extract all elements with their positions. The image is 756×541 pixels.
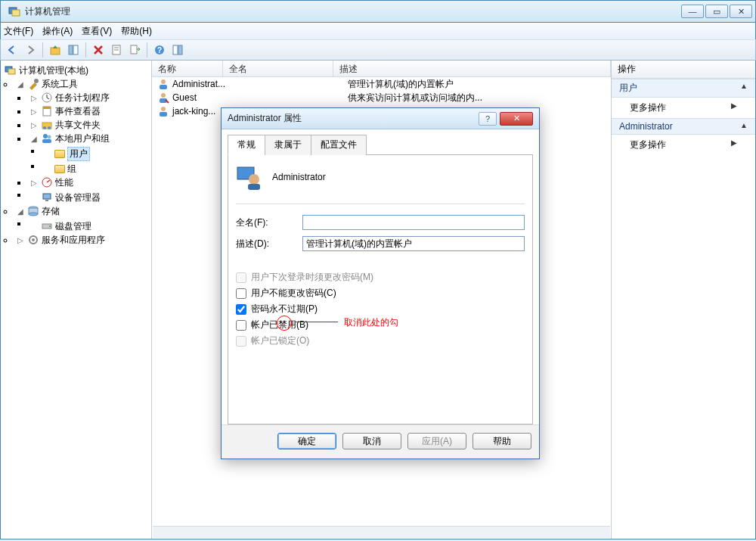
svg-point-23: [48, 135, 51, 139]
menu-view[interactable]: 查看(V): [82, 25, 112, 38]
maximize-button[interactable]: ▭: [705, 5, 728, 18]
svg-rect-24: [42, 139, 51, 143]
expand-icon[interactable]: ▷: [29, 121, 39, 129]
action-more-2[interactable]: 更多操作▶: [612, 135, 755, 155]
svg-point-20: [43, 126, 46, 129]
checkbox-disabled-box[interactable]: [236, 320, 246, 331]
collapse-icon[interactable]: ◢: [16, 80, 25, 89]
collapse-icon[interactable]: ◢: [29, 135, 39, 143]
tree-root[interactable]: 计算机管理(本地): [1, 64, 151, 77]
tree-event[interactable]: ▷事件查看器: [28, 104, 151, 118]
svg-point-32: [49, 225, 51, 227]
help-button[interactable]: 帮助: [472, 433, 531, 449]
storage-icon: [27, 205, 39, 217]
dialog-help-button[interactable]: ?: [479, 112, 497, 126]
tab-profile[interactable]: 配置文件: [311, 135, 367, 155]
checkbox-must-change-box: [236, 272, 246, 283]
services-icon: [27, 234, 39, 246]
delete-icon[interactable]: [90, 42, 107, 58]
tree-shared[interactable]: ▷共享文件夹: [28, 118, 151, 132]
device-icon: [41, 191, 53, 204]
action-more-1[interactable]: 更多操作▶: [612, 98, 755, 118]
tree-storage[interactable]: ◢存储: [14, 204, 151, 218]
tree-local-users[interactable]: ◢本地用户和组: [28, 132, 151, 145]
tools-icon: [27, 78, 39, 90]
checkbox-never-expire-box[interactable]: [236, 304, 246, 315]
computer-icon: [5, 64, 17, 76]
dialog-buttons: 确定 取消 应用(A) 帮助: [222, 424, 539, 459]
checkbox-locked-box: [236, 336, 246, 347]
svg-rect-3: [69, 45, 73, 54]
annotation-line: [296, 322, 338, 322]
checkbox-cannot-change[interactable]: 用户不能更改密码(C): [236, 287, 525, 300]
expand-icon[interactable]: ▷: [16, 236, 25, 244]
close-window-button[interactable]: ✕: [730, 5, 752, 18]
tree-systools[interactable]: ◢系统工具: [14, 77, 151, 91]
menu-help[interactable]: 帮助(H): [121, 25, 152, 38]
action-group-admin[interactable]: Administrator▲: [612, 118, 755, 135]
forward-icon[interactable]: [22, 42, 39, 58]
svg-rect-14: [8, 69, 15, 74]
menu-file[interactable]: 文件(F): [4, 25, 33, 38]
action-group-users[interactable]: 用户▲: [612, 79, 755, 98]
window-title: 计算机管理: [25, 5, 680, 18]
checkbox-locked: 帐户已锁定(O): [236, 334, 525, 347]
properties-icon[interactable]: [108, 42, 125, 58]
disk-icon: [41, 220, 53, 232]
svg-point-42: [249, 174, 259, 185]
svg-point-35: [161, 79, 166, 84]
list-row[interactable]: Administrat... 管理计算机(域)的内置帐户: [152, 77, 611, 91]
svg-text:?: ?: [157, 46, 162, 54]
annotation-text: 取消此处的勾: [344, 316, 398, 329]
tree-perf[interactable]: ▷性能: [28, 176, 151, 189]
cancel-button[interactable]: 取消: [342, 433, 401, 449]
tab-memberof[interactable]: 隶属于: [265, 135, 311, 155]
svg-point-37: [161, 93, 166, 98]
minimize-button[interactable]: —: [681, 5, 704, 18]
dialog-close-button[interactable]: ✕: [500, 112, 533, 126]
user-icon: [157, 105, 169, 117]
show-hide-tree-icon[interactable]: [65, 42, 82, 58]
svg-point-21: [48, 126, 51, 129]
svg-rect-11: [173, 45, 178, 54]
dialog-titlebar[interactable]: Administrator 属性 ? ✕: [222, 108, 539, 129]
tree-services[interactable]: ▷服务和应用程序: [14, 233, 151, 247]
clock-icon: [41, 92, 53, 104]
column-name[interactable]: 名称: [152, 61, 223, 76]
collapse-icon[interactable]: ◢: [16, 207, 25, 216]
svg-rect-26: [43, 194, 51, 199]
back-icon[interactable]: [4, 42, 20, 58]
checkbox-cannot-change-box[interactable]: [236, 288, 246, 299]
fullname-label: 全名(F):: [236, 216, 302, 229]
column-fullname[interactable]: 全名: [223, 61, 333, 76]
svg-rect-43: [248, 184, 260, 190]
tab-general[interactable]: 常规: [228, 135, 265, 155]
tree-task[interactable]: ▷任务计划程序: [28, 91, 151, 104]
menu-action[interactable]: 操作(A): [42, 25, 73, 38]
description-input[interactable]: [302, 236, 525, 251]
tree-users[interactable]: 用户: [42, 147, 151, 160]
expand-icon[interactable]: ▷: [29, 179, 39, 187]
fullname-input[interactable]: [302, 215, 525, 230]
show-actions-pane-icon[interactable]: [169, 42, 186, 58]
tree-disk[interactable]: 磁盘管理: [28, 219, 151, 233]
checkbox-never-expire[interactable]: 密码永不过期(P): [236, 303, 525, 316]
apply-button[interactable]: 应用(A): [407, 433, 466, 449]
checkbox-must-change: 用户下次登录时须更改密码(M): [236, 271, 525, 284]
collapse-icon: ▲: [740, 121, 748, 132]
export-icon[interactable]: [126, 42, 143, 58]
ok-button[interactable]: 确定: [277, 433, 336, 449]
tree-devmgr[interactable]: 设备管理器: [28, 191, 151, 204]
list-header: 名称 全名 描述: [152, 61, 611, 77]
expand-icon[interactable]: ▷: [29, 94, 39, 102]
expand-icon[interactable]: ▷: [29, 107, 39, 116]
help-icon[interactable]: ?: [151, 42, 168, 58]
separator: [85, 42, 86, 58]
tree-groups[interactable]: 组: [42, 162, 151, 176]
up-icon[interactable]: [47, 42, 64, 58]
tab-page-general: Administrator 全名(F): 描述(D): 用户下次登录时须更改密码…: [228, 155, 533, 424]
column-desc[interactable]: 描述: [333, 61, 611, 76]
list-row[interactable]: Guest 供来宾访问计算机或访问域的内...: [152, 91, 611, 104]
dialog-title: Administrator 属性: [228, 112, 479, 125]
scrollbar-horizontal[interactable]: [153, 526, 610, 538]
